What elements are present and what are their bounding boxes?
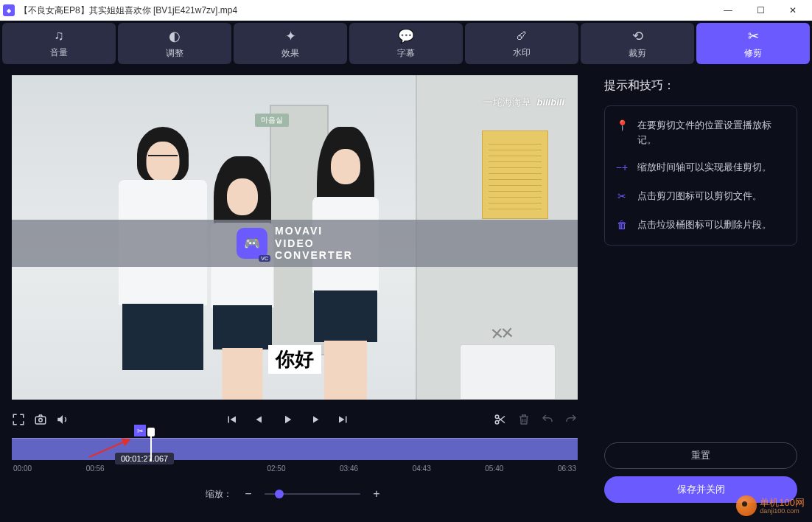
tips-box: 📍在要剪切文件的位置设置播放标记。 −+缩放时间轴可以实现最佳剪切。 ✂点击剪刀… [604,105,797,246]
tip-item: 🗑点击垃圾桶图标可以删除片段。 [615,218,786,233]
video-preview[interactable]: 마음실 一坨海海草 bilibili VC MOVAVIVIDEOCONVERT… [12,75,578,400]
app-icon [3,4,15,16]
tab-subtitles[interactable]: 💬字幕 [349,23,463,64]
minimize-button[interactable]: — [712,0,744,21]
zoom-control: 缩放： − + [12,487,578,501]
zoom-in-button[interactable]: + [369,487,384,501]
timeline-track[interactable] [12,438,578,460]
maximize-button[interactable]: ☐ [744,0,777,21]
toolbar: ♫音量 ◐调整 ✦效果 💬字幕 🜚水印 ⟲裁剪 ✂修剪 [0,21,812,66]
redo-button[interactable] [564,413,578,426]
bilibili-watermark: 一坨海海草 bilibili [483,96,564,109]
marker-icon: 📍 [615,118,629,133]
tab-watermark[interactable]: 🜚水印 [465,23,578,64]
next-frame-button[interactable] [309,413,322,426]
music-note-icon: ♫ [54,28,64,44]
stamp-icon: 🜚 [515,28,528,44]
prev-frame-button[interactable] [253,413,266,426]
timeline-ticks: 00:00 00:56 02:50 03:46 04:43 05:40 06:3… [12,464,578,473]
tips-title: 提示和技巧： [604,78,797,94]
volume-button[interactable] [56,413,69,426]
close-button[interactable]: ✕ [777,0,809,21]
speech-icon: 💬 [398,28,414,44]
tab-volume[interactable]: ♫音量 [2,23,116,64]
tab-effects[interactable]: ✦效果 [234,23,347,64]
site-watermark: 单机100网 danji100.com [736,495,805,516]
snapshot-button[interactable] [34,413,47,426]
tip-item: −+缩放时间轴可以实现最佳剪切。 [615,160,786,175]
trash-icon: 🗑 [615,218,629,233]
cut-marker[interactable]: ✂ [134,425,146,436]
play-button[interactable] [281,413,294,426]
timeline: ✂ 00:01:27.067 00:00 00:56 02:50 03:46 0… [12,438,578,473]
tab-crop[interactable]: ⟲裁剪 [581,23,694,64]
tip-item: 📍在要剪切文件的位置设置播放标记。 [615,118,786,147]
fullscreen-button[interactable] [12,413,25,426]
window-title: 【不良女高EP8】其实姐姐喜欢你 [BV1jE421w7zv].mp4 [19,4,237,17]
video-frame: 마음실 一坨海海草 bilibili VC MOVAVIVIDEOCONVERT… [12,75,578,400]
time-tooltip: 00:01:27.067 [115,453,174,464]
tip-item: ✂点击剪刀图标可以剪切文件。 [615,189,786,204]
playhead[interactable] [148,428,154,460]
delete-button[interactable] [517,413,531,426]
contrast-icon: ◐ [169,28,181,44]
crop-rotate-icon: ⟲ [632,28,643,44]
video-subtitle: 你好 [268,345,321,374]
svg-point-3 [495,421,499,425]
reset-button[interactable]: 重置 [604,442,797,469]
wand-icon: ✦ [285,28,296,44]
movavi-watermark: VC MOVAVIVIDEOCONVERTER [12,220,578,267]
scissors-icon: ✂ [748,28,759,44]
svg-point-2 [495,415,499,419]
svg-rect-0 [35,417,46,424]
tab-trim[interactable]: ✂修剪 [696,23,810,64]
svg-point-1 [39,419,43,422]
skip-start-button[interactable] [225,413,238,426]
titlebar: 【不良女高EP8】其实姐姐喜欢你 [BV1jE421w7zv].mp4 — ☐ … [0,0,812,21]
scissors-icon: ✂ [615,189,629,204]
undo-button[interactable] [541,413,554,426]
cut-button[interactable] [494,413,507,426]
zoom-slider[interactable] [265,493,360,495]
zoom-out-button[interactable]: − [241,487,256,501]
tab-adjust[interactable]: ◐调整 [118,23,231,64]
zoom-label: 缩放： [206,488,232,501]
skip-end-button[interactable] [337,413,350,426]
player-controls [12,408,578,431]
zoom-icon: −+ [615,160,629,175]
